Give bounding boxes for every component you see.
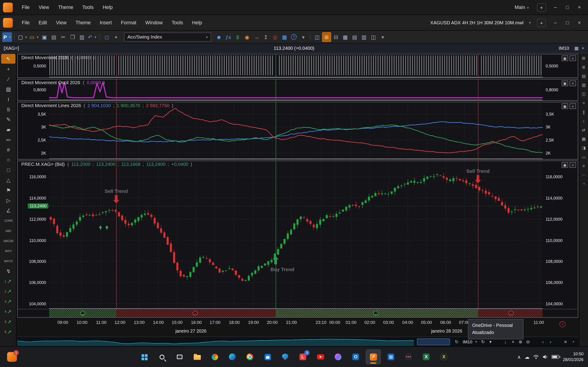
youtube-app-icon[interactable] [313,349,328,364]
right-toolbar-icon[interactable]: ⇄ [580,127,588,133]
tool-wave-degree-3[interactable]: 3↗ [1,297,15,306]
minimap-viewport[interactable] [417,338,450,345]
zoom-region-icon[interactable]: ⌖ [112,32,121,42]
refresh-icon[interactable]: ↻ [453,338,460,345]
toolbar-separator[interactable] [310,33,311,40]
dollar-icon[interactable]: $ [233,32,242,42]
menu-theme[interactable]: Theme [71,18,95,27]
layout-cols-icon[interactable]: ▥ [359,32,368,42]
tool-vertical-line[interactable]: I [1,94,15,104]
right-toolbar-icon[interactable]: ▦ [580,135,588,142]
undo-icon[interactable]: ↶▾ [87,32,97,42]
layout-split-icon[interactable]: ◫ [369,32,378,42]
grid-icon[interactable]: ▦ [574,45,579,51]
list-menu-icon[interactable]: ≡ [562,338,569,345]
microsoft-store-icon[interactable] [260,349,275,364]
document-title-caret[interactable]: ▾ [527,18,533,27]
right-toolbar-icon[interactable]: ≡ [580,163,588,169]
taskbar-clock[interactable]: 10:50 28/01/2026 [563,351,583,362]
panel-close-button[interactable]: × [570,162,576,168]
tool-zigzag[interactable]: ↯ [1,266,15,276]
functions-icon[interactable]: ƒx [224,32,233,42]
pink-app-icon[interactable] [401,349,416,364]
tool-trendline[interactable]: ∕ [1,74,15,84]
photos-app-icon[interactable] [207,349,222,364]
tool-marker[interactable]: ▰ [1,125,15,134]
tool-wave-degree-5[interactable]: 5↗ [1,317,15,326]
tool-triangle[interactable]: △ [1,175,15,185]
tool-letters-abcde[interactable]: ABCDE [1,236,15,246]
scroll-right-icon[interactable]: › [547,338,554,345]
right-toolbar-icon[interactable]: ◫ [580,91,588,97]
chart-style-icon[interactable]: ◔ [569,338,577,345]
tool-wave-degree-6[interactable]: 6↗ [1,327,15,336]
tool-letters-abc[interactable]: ABC [1,226,15,235]
document-minimize-button[interactable]: – [550,18,561,27]
tool-forecast[interactable]: ▷ [1,195,15,205]
tray-chevron-icon[interactable]: ∧ [517,354,521,360]
oscillator-canvas[interactable] [49,79,543,100]
table-icon[interactable]: ▦ [280,32,289,42]
calculator-app-icon[interactable] [383,349,398,364]
print-icon[interactable]: ▤ [49,32,58,42]
tool-fibonacci[interactable]: S [1,104,15,114]
new-workspace-button[interactable]: + [537,3,546,11]
tool-wave-degree-4[interactable]: 4↗ [1,307,15,316]
excel-app-icon[interactable] [419,349,434,364]
more-caret[interactable]: ▾ [299,32,308,42]
menu-insert[interactable]: Insert [95,18,116,27]
right-toolbar-icon[interactable]: ◔ [580,181,588,187]
profile-button[interactable]: P▾ [2,32,12,42]
panel-restore-button[interactable]: ▣ [562,162,568,168]
alert-icon[interactable]: × [560,321,565,327]
menu-help[interactable]: Help [187,18,207,27]
l-app-icon[interactable]: 3 [295,349,310,364]
help-icon[interactable]: ? [289,32,298,42]
right-toolbar-icon[interactable]: ≣ [580,64,588,70]
workspace-selector[interactable]: Main▾ [510,2,533,12]
tool-grid[interactable]: # [1,145,15,155]
tool-flag[interactable]: ⚑ [1,185,15,195]
bottom-separator[interactable] [532,338,539,345]
task-view-button[interactable] [172,349,187,364]
chrome-browser-icon[interactable] [242,349,257,364]
battery-icon[interactable] [552,355,559,359]
indicator-combobox[interactable]: Acc/Swing Index ▾ [124,32,211,41]
panel-restore-button[interactable]: ▣ [562,56,568,61]
menu-theme-main[interactable]: Theme [53,2,78,12]
layout-rows-icon[interactable]: ▤ [350,32,359,42]
document-maximize-button[interactable]: □ [562,18,573,27]
right-toolbar-icon[interactable]: ∥ [580,108,588,115]
menu-help-main[interactable]: Help [98,2,117,12]
menu-tools[interactable]: Tools [167,18,188,27]
minimize-button[interactable]: – [550,2,561,12]
cut-icon[interactable]: ✂ [59,32,68,42]
new-document-tab-button[interactable]: + [537,19,546,27]
menu-view-main[interactable]: View [34,2,53,12]
right-toolbar-icon[interactable]: ▤ [580,73,588,79]
windows-security-icon[interactable] [278,349,293,364]
tool-angle[interactable]: ∠ [1,206,15,215]
target-icon[interactable]: ◎ [271,32,279,42]
layout-grid-icon[interactable]: ⊞ [322,32,331,42]
menu-file[interactable]: File [17,18,34,27]
tool-crosshair[interactable]: + [1,64,15,74]
tool-channel[interactable]: ▨ [1,84,15,94]
panel-close-button[interactable]: × [570,56,576,61]
right-toolbar-icon[interactable]: ⋯ [580,172,588,178]
binoculars-icon[interactable]: ◉ [242,32,251,42]
volume-icon[interactable] [543,355,548,359]
tool-text[interactable]: abc [1,135,15,144]
tool-wave-degree-2[interactable]: 2↗ [1,286,15,296]
maximize-button[interactable]: □ [562,2,573,12]
right-toolbar-icon[interactable]: ▥ [580,82,588,88]
copy-icon[interactable]: ❐ [68,32,77,42]
onedrive-cloud-icon[interactable]: ☁ [525,354,529,360]
panel-close-button[interactable]: × [570,81,576,86]
menu-window[interactable]: Window [141,18,167,27]
right-toolbar-icon[interactable]: ⊞ [580,55,588,61]
right-toolbar-icon[interactable]: ▭ [580,153,588,160]
save-icon[interactable]: ▣ [40,32,49,42]
toolbar-separator[interactable] [14,33,15,40]
tool-wave-wxy[interactable]: WXY [1,246,15,256]
